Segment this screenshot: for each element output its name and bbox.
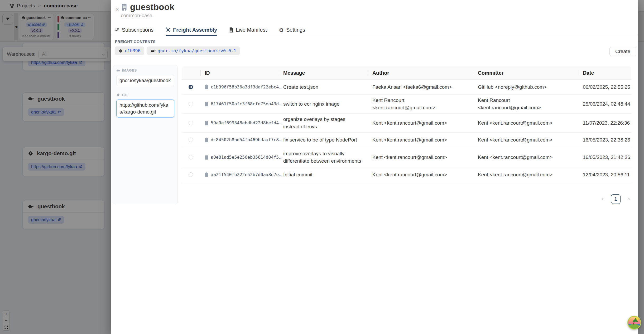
stage-details-drawer: × guestbook common-case Subscriptions Fr… [111,0,638,334]
drawer-header: guestbook [121,2,175,12]
commit-date: 06/02/2025, 22:55:25 [579,81,631,93]
git-repo-item-selected[interactable]: https://github.com/fykaa/kargo-demo.git [116,100,174,117]
commit-table: ID Message Author Committer Date c1b396f… [182,66,631,204]
tab-live-manifest[interactable]: Live Manifest [229,25,267,35]
table-row[interactable]: a0e81ad5e5e256eb35614d04f5… improve over… [182,147,631,167]
page-title: guestbook [130,2,175,12]
row-radio[interactable] [189,155,193,159]
tools-icon [166,27,171,32]
commit-id: 617461f50afc3f68cfe75ea43d… [211,101,281,107]
drawer-subtitle: common-case [121,13,152,18]
table-row[interactable]: c1b396f58b36a3df3daf22ebc4… Create test.… [182,80,631,95]
commit-message: switch to ecr nginx image [279,98,368,110]
close-button[interactable]: × [113,6,121,13]
commit-id: c1b396f58b36a3df3daf22ebc4… [211,84,281,90]
clipboard-icon [205,172,208,177]
table-row[interactable]: 617461f50afc3f68cfe75ea43d… switch to ec… [182,95,631,114]
commit-committer: Kent <kent.rancourt@gmail.com> [474,117,579,129]
commit-date: 11/07/2023, 22:26:36 [579,117,631,129]
table-row[interactable]: aa21f540fb222e52b7d0aa8d7e… Initial comm… [182,167,631,182]
tab-subscriptions[interactable]: Subscriptions [114,25,153,35]
clipboard-icon [205,84,208,89]
tab-settings[interactable]: ⚙ Settings [279,25,305,35]
row-radio[interactable] [189,121,193,125]
commit-author: Faeka Ansari <faeka6@gmail.com> [368,81,474,93]
images-section-heading: IMAGES [116,68,174,72]
commit-author: Kent <kent.rancourt@gmail.com> [368,169,474,181]
clipboard-icon [205,102,208,106]
commit-committer: Kent <kent.rancourt@gmail.com> [474,152,579,163]
commit-id: dc84502b8bd54fb469bdaaf7c8… [211,137,281,143]
image-repo-item[interactable]: ghcr.io/fykaa/guestbook [116,75,174,86]
kargo-app: Projects > common-case ◀ guestbook ••• [0,0,644,334]
create-button[interactable]: Create [609,47,636,56]
clipboard-icon [205,138,208,142]
docker-icon [116,69,120,72]
commit-committer: GitHub <noreply@github.com> [474,81,579,93]
freight-content-image[interactable]: ghcr.io/fykaa/guestbook:v0.0.1 [147,46,240,55]
file-icon [229,27,233,32]
pagination: < 1 > [182,194,631,204]
commit-author: Kent <kent.rancourt@gmail.com> [368,134,474,146]
row-radio[interactable] [189,102,193,106]
freight-contents-list: c1b396 ghcr.io/fykaa/guestbook:v0.0.1 [115,46,240,55]
row-radio[interactable] [189,138,193,142]
page-number-button[interactable]: 1 [611,194,621,204]
clipboard-icon [205,155,208,160]
tab-label: Freight Assembly [173,27,217,33]
commit-date: 25/06/2024, 02:48:44 [579,98,631,110]
freight-content-commit[interactable]: c1b396 [115,46,144,55]
column-committer: Committer [474,66,579,80]
tab-freight-assembly[interactable]: Freight Assembly [166,25,217,35]
clipboard-icon [205,121,208,125]
row-radio-selected[interactable] [189,85,193,89]
commit-message: Initial commit [279,169,368,181]
commit-date: 12/04/2023, 20:56:11 [579,169,631,181]
commit-id: a0e81ad5e5e256eb35614d04f5… [211,154,281,161]
drawer-tabs: Subscriptions Freight Assembly Live Mani… [111,25,638,35]
commit-author: Kent <kent.rancourt@gmail.com> [368,117,474,129]
commit-committer: Kent <kent.rancourt@gmail.com> [474,169,579,181]
sort-amount-icon [114,27,119,32]
row-radio[interactable] [189,172,193,177]
commit-date: 16/05/2023, 21:42:26 [579,152,631,163]
tab-label: Settings [286,27,305,33]
island-badge-icon[interactable] [627,315,642,330]
freight-contents-heading: FREIGHT CONTENTS [115,40,156,44]
sources-panel: IMAGES ghcr.io/fykaa/guestbook GIT https… [113,65,178,204]
commit-message: fix service to be of type NodePort [279,134,368,146]
git-section-heading: GIT [116,93,174,97]
tab-label: Live Manifest [236,27,267,33]
git-commit-icon [118,49,123,53]
commit-committer: Kent Rancourt <kent.rancourt@gmail.com> [474,95,579,113]
column-message: Message [279,66,368,80]
column-id: ID [200,66,279,80]
commit-message: Create test.json [279,81,368,93]
table-header-row: ID Message Author Committer Date [182,66,631,80]
column-radio [182,66,200,80]
gear-icon: ⚙ [279,27,284,33]
commit-id: 59a9ef699348ebdbd22d8befd4… [211,120,281,126]
next-page-button[interactable]: > [627,196,630,202]
table-row[interactable]: dc84502b8bd54fb469bdaaf7c8… fix service … [182,133,631,147]
stage-building-icon [121,3,128,11]
docker-icon [151,49,156,53]
commit-message: improve overlays to visually differentia… [279,148,368,167]
column-date: Date [579,66,631,80]
commit-author: Kent <kent.rancourt@gmail.com> [368,152,474,163]
commit-message: organize overlays by stages instead of e… [279,114,368,132]
git-commit-icon [116,93,120,97]
commit-committer: Kent <kent.rancourt@gmail.com> [474,134,579,146]
commit-author: Kent Rancourt <kent.rancourt@gmail.com> [368,95,474,113]
table-row[interactable]: 59a9ef699348ebdbd22d8befd4… organize ove… [182,114,631,133]
commit-id: aa21f540fb222e52b7d0aa8d7e… [211,172,281,178]
tab-label: Subscriptions [122,27,153,33]
commit-date: 16/05/2023, 22:38:26 [579,134,631,146]
prev-page-button[interactable]: < [601,196,604,202]
column-author: Author [368,66,474,80]
